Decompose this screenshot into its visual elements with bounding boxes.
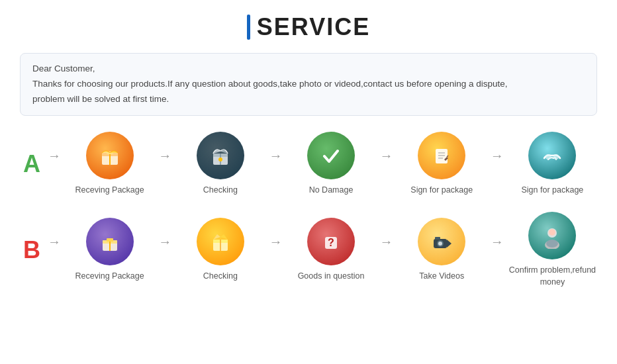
arrow-b4: → <box>491 234 504 265</box>
arrow-a4: → <box>491 148 504 179</box>
svg-text:?: ? <box>328 237 334 248</box>
label-sign-b: Sign for package <box>522 185 584 197</box>
label-confirm-refund: Confirm problem,refund money <box>508 265 597 288</box>
page-title: SERVICE <box>257 13 370 41</box>
svg-point-7 <box>218 158 222 161</box>
label-checking-a: Checking <box>203 185 238 197</box>
flow-item-confirm-refund: Confirm problem,refund money <box>508 212 597 288</box>
icon-circle-question: ? <box>307 218 355 265</box>
flow-item-goods-question: ? Goods in question <box>286 218 375 283</box>
svg-rect-28 <box>435 237 440 240</box>
notice-line3: problem will be solved at first time. <box>32 92 585 107</box>
icon-circle-camera <box>418 218 465 265</box>
notice-box: Dear Customer, Thanks for choosing our p… <box>20 53 597 116</box>
svg-point-32 <box>546 240 558 248</box>
flow-item-no-damage: No Damage <box>286 132 375 197</box>
flow-item-take-videos: Take Videos <box>397 218 487 283</box>
label-no-damage: No Damage <box>309 185 354 197</box>
label-take-videos: Take Videos <box>419 271 464 283</box>
flow-item-handshake: Sign for package <box>508 132 597 197</box>
svg-point-31 <box>549 229 555 236</box>
svg-rect-18 <box>107 238 113 242</box>
row-label-a: A <box>20 150 44 178</box>
flow-item-receiving-a: Receving Package <box>65 132 154 197</box>
arrow-b0: → <box>48 234 61 265</box>
icon-circle-sign <box>418 132 465 179</box>
svg-point-14 <box>553 154 559 159</box>
arrow-b2: → <box>269 234 282 265</box>
arrow-b3: → <box>380 234 393 265</box>
arrow-a3: → <box>380 148 393 179</box>
label-sign-a: Sign for package <box>410 185 473 197</box>
icon-circle-box-golden <box>197 218 244 265</box>
icon-circle-person <box>528 212 576 259</box>
flow-item-receiving-b: Receving Package <box>65 218 154 283</box>
notice-line2: Thanks for choosing our products.If any … <box>32 77 585 92</box>
title-bar-decoration <box>247 15 250 40</box>
label-checking-b: Checking <box>203 271 238 283</box>
arrow-a2: → <box>269 148 282 179</box>
notice-line1: Dear Customer, <box>32 62 585 77</box>
arrow-a1: → <box>158 148 171 179</box>
flow-section: A → Receving Package → <box>20 132 597 289</box>
flow-item-sign-a: Sign for package <box>397 132 487 197</box>
flow-row-a: A → Receving Package → <box>20 132 597 197</box>
label-goods-question: Goods in question <box>298 271 365 283</box>
label-receiving-b: Receving Package <box>75 271 144 283</box>
svg-point-26 <box>438 242 442 246</box>
svg-marker-27 <box>447 240 451 248</box>
icon-circle-box-orange <box>86 132 134 179</box>
flow-item-checking-b: Checking <box>175 218 265 283</box>
svg-point-13 <box>546 154 551 159</box>
flow-row-b: B → Receving Package → <box>20 212 597 288</box>
flow-item-checking-a: Checking <box>175 132 265 197</box>
icon-circle-handshake <box>528 132 576 179</box>
icon-circle-checkmark <box>307 132 355 179</box>
icon-circle-box-dark <box>197 132 244 179</box>
arrow-b1: → <box>158 234 171 265</box>
label-receiving-a: Receving Package <box>75 185 144 197</box>
row-label-b: B <box>20 236 44 264</box>
svg-rect-8 <box>436 149 448 163</box>
icon-circle-box-purple <box>86 218 134 265</box>
arrow-a0: → <box>48 148 61 179</box>
page-title-section: SERVICE <box>247 13 370 41</box>
